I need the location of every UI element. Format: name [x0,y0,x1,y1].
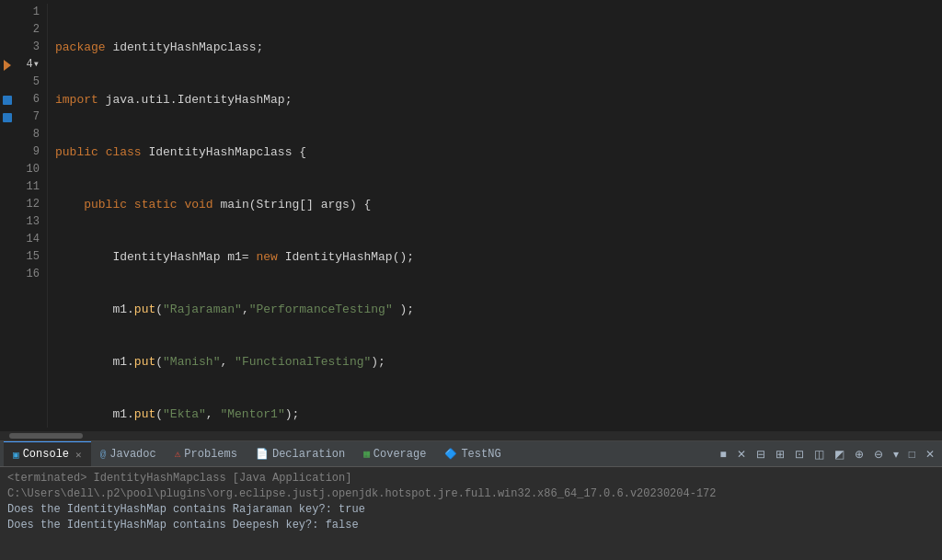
action-btn-7[interactable]: ⊖ [870,446,887,463]
tab-console-label: Console [23,448,69,461]
tab-declaration-label: Declaration [272,448,345,461]
ln-13: 13 [26,213,40,231]
declaration-icon: 📄 [256,448,269,460]
action-btn-4[interactable]: ◫ [810,446,828,463]
ln-12: 12 [26,196,40,213]
gutter-row-16 [0,266,15,283]
action-btn-6[interactable]: ⊕ [851,446,867,463]
ln-14: 14 [26,231,40,248]
code-line-3: public class IdentityHashMapclass { [55,143,935,161]
tab-javadoc[interactable]: @ Javadoc [91,441,166,466]
code-line-7: m1.put("Manish", "FunctionalTesting"); [55,353,935,371]
terminated-line: <terminated> IdentityHashMapclass [Java … [7,471,935,502]
editor-area: 1 2 3 4▾ 5 6 7 8 9 10 11 12 13 14 15 16 … [0,0,942,440]
stop-button[interactable]: ■ [717,446,730,463]
gutter-row-5 [0,74,15,91]
tab-problems[interactable]: ⚠ Problems [166,441,247,466]
dropdown-button[interactable]: ▾ [890,446,902,463]
code-line-8: m1.put("Ekta", "Mentor1"); [55,406,935,423]
gutter-row-4 [0,56,15,74]
ln-4: 4▾ [26,56,40,74]
ln-7: 7 [26,109,40,126]
code-content[interactable]: package identityHashMapclass; import jav… [48,4,942,428]
ln-11: 11 [26,178,40,196]
code-line-4: public static void main(String[] args) { [55,196,935,213]
tab-console-close[interactable]: ✕ [75,449,82,461]
code-line-2: import java.util.IdentityHashMap; [55,91,935,109]
coverage-icon: ▦ [363,448,370,460]
clear-button[interactable]: ✕ [733,446,750,463]
code-container[interactable]: 1 2 3 4▾ 5 6 7 8 9 10 11 12 13 14 15 16 … [0,0,942,431]
scrollbar-thumb[interactable] [9,433,83,439]
maximize-button[interactable]: □ [905,446,919,463]
horizontal-scrollbar[interactable] [0,431,942,440]
ln-5: 5 [26,74,40,91]
gutter-row-10 [0,161,15,178]
gutter-row-15 [0,248,15,266]
ln-16: 16 [26,266,40,283]
tab-actions: ■ ✕ ⊟ ⊞ ⊡ ◫ ◩ ⊕ ⊖ ▾ □ ✕ [717,446,939,463]
bottom-panel: ▣ Console ✕ @ Javadoc ⚠ Problems 📄 Decla… [0,440,942,560]
gutter-row-14 [0,231,15,248]
tab-coverage[interactable]: ▦ Coverage [354,441,435,466]
tab-console[interactable]: ▣ Console ✕ [4,441,91,466]
testng-icon: 🔷 [444,448,457,460]
gutter-row-7 [0,109,15,126]
tab-javadoc-label: Javadoc [109,448,155,461]
ln-9: 9 [26,143,40,161]
gutter-row-6 [0,91,15,109]
tab-declaration[interactable]: 📄 Declaration [247,441,354,466]
tab-testng[interactable]: 🔷 TestNG [435,441,510,466]
ln-6: 6 [26,91,40,109]
console-output: <terminated> IdentityHashMapclass [Java … [0,467,942,560]
action-btn-3[interactable]: ⊡ [791,446,808,463]
gutter-row-2 [0,21,15,39]
action-btn-5[interactable]: ◩ [831,446,848,463]
gutter-row-8 [0,126,15,143]
close-panel-button[interactable]: ✕ [922,446,938,463]
gutter-row-9 [0,143,15,161]
problems-icon: ⚠ [175,448,181,460]
javadoc-icon: @ [100,449,107,460]
gutter-row-1 [0,4,15,21]
output-line-1: Does the IdentityHashMap contains Rajara… [7,502,935,518]
tabs-bar: ▣ Console ✕ @ Javadoc ⚠ Problems 📄 Decla… [0,441,942,467]
tab-coverage-label: Coverage [373,448,427,461]
ln-3: 3 [26,39,40,56]
tab-testng-label: TestNG [461,448,500,461]
tab-problems-label: Problems [184,448,237,461]
code-line-1: package identityHashMapclass; [55,39,935,56]
code-line-6: m1.put("Rajaraman","PerformanceTesting" … [55,301,935,318]
ln-1: 1 [26,4,40,21]
action-btn-1[interactable]: ⊟ [752,446,769,463]
ln-8: 8 [26,126,40,143]
ln-15: 15 [26,248,40,266]
ln-2: 2 [26,21,40,39]
line-numbers: 1 2 3 4▾ 5 6 7 8 9 10 11 12 13 14 15 16 [15,4,48,428]
action-btn-2[interactable]: ⊞ [772,446,788,463]
output-line-2: Does the IdentityHashMap contains Deepes… [7,518,935,533]
ln-10: 10 [26,161,40,178]
gutter-row-3 [0,39,15,56]
gutter-row-12 [0,196,15,213]
gutter-row-11 [0,178,15,196]
gutter [0,4,15,428]
console-icon: ▣ [13,449,19,461]
code-line-5: IdentityHashMap m1= new IdentityHashMap(… [55,248,935,266]
gutter-row-13 [0,213,15,231]
